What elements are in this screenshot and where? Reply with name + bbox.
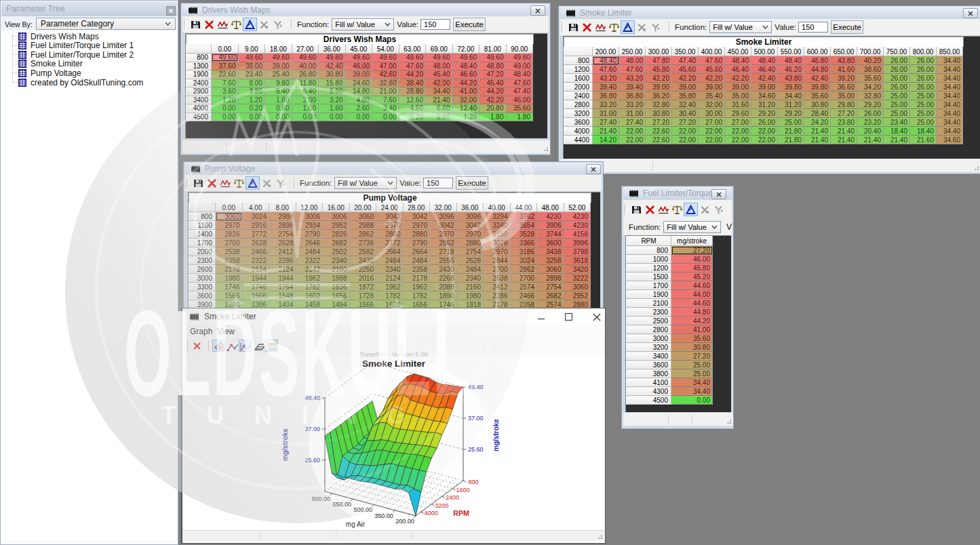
- svg-text:650.00: 650.00: [332, 501, 351, 508]
- svg-text:48.40: 48.40: [468, 384, 484, 390]
- svg-text:2400: 2400: [446, 494, 459, 501]
- svg-text:mg Air: mg Air: [346, 521, 366, 528]
- svg-text:800.00: 800.00: [312, 496, 331, 502]
- svg-text:4000: 4000: [425, 510, 438, 517]
- svg-text:200.00: 200.00: [395, 518, 414, 525]
- svg-text:mg/stroke: mg/stroke: [281, 428, 289, 461]
- svg-text:350.00: 350.00: [374, 512, 393, 519]
- svg-text:1600: 1600: [456, 487, 469, 493]
- svg-text:25.60: 25.60: [468, 446, 484, 453]
- svg-text:800: 800: [468, 479, 478, 485]
- svg-text:48.40: 48.40: [305, 395, 320, 401]
- svg-text:RPM: RPM: [453, 509, 469, 517]
- svg-text:500.00: 500.00: [353, 506, 372, 513]
- svg-text:3200: 3200: [435, 502, 448, 509]
- svg-text:mg/stroke: mg/stroke: [492, 419, 500, 451]
- svg-text:25.60: 25.60: [305, 457, 320, 464]
- svg-text:37.00: 37.00: [305, 426, 320, 432]
- svg-text:37.00: 37.00: [468, 415, 484, 422]
